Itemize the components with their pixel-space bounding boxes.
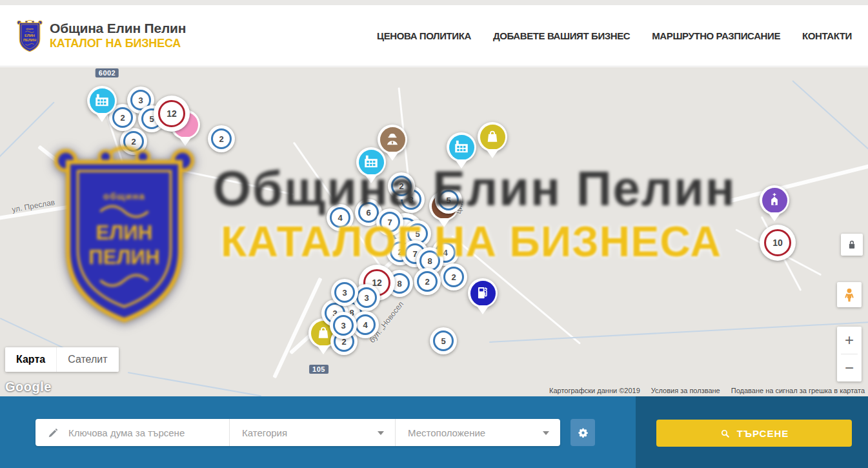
fuel-icon — [474, 284, 491, 301]
location-dropdown[interactable]: Местоположение — [395, 419, 560, 446]
cluster-count: 5 — [435, 187, 462, 214]
zoom-control: + − — [837, 327, 862, 382]
search-bar-right-panel: ТЪРСЕНЕ — [636, 396, 868, 468]
nav-pricing-policy[interactable]: ЦЕНОВА ПОЛИТИКА — [377, 30, 471, 41]
map-attribution: Картографски данни ©2019 Условия за полз… — [549, 387, 865, 394]
search-button-label: ТЪРСЕНЕ — [737, 428, 789, 439]
search-button[interactable]: ТЪРСЕНЕ — [656, 420, 852, 447]
cluster-marker[interactable]: 5 — [435, 187, 462, 214]
logo-line2: ПЕЛИН — [23, 38, 36, 42]
header: община ЕЛИН ПЕЛИН Община Елин Пелин КАТА… — [0, 5, 868, 66]
cluster-marker[interactable]: 2 — [388, 172, 415, 199]
cluster-count: 3 — [331, 279, 358, 306]
main-nav: ЦЕНОВА ПОЛИТИКА ДОБАВЕТЕ ВАШИЯТ БИЗНЕС М… — [377, 30, 852, 41]
search-input-group: Категория Местоположение — [35, 419, 560, 446]
site-tagline: КАТАЛОГ НА БИЗНЕСА — [50, 37, 186, 50]
cluster-count: 2 — [388, 172, 415, 199]
pencil-icon — [48, 427, 59, 438]
cluster-marker[interactable]: 3 — [330, 312, 357, 339]
map-canvas[interactable]: 6002105ул. Преславбул. „Новоселции“ 2235… — [0, 67, 868, 396]
attribution-terms-link[interactable]: Условия за ползване — [651, 387, 720, 394]
cluster-count: 4 — [327, 204, 354, 231]
cluster-marker[interactable]: 10 — [760, 225, 796, 261]
keyword-section — [35, 419, 230, 446]
road-number-badge: 105 — [309, 365, 328, 374]
keyword-search-input[interactable] — [67, 427, 216, 439]
advanced-search-button[interactable] — [570, 419, 595, 446]
category-dropdown-label: Категория — [242, 427, 287, 438]
factory-pin[interactable] — [87, 86, 117, 116]
brand-text: Община Елин Пелин КАТАЛОГ НА БИЗНЕСА — [50, 21, 186, 50]
factory-icon — [453, 138, 470, 155]
fuel-pin[interactable] — [468, 278, 498, 308]
attribution-report-link[interactable]: Подаване на сигнал за грешка в картата — [731, 387, 865, 394]
nav-route-schedule[interactable]: МАРШРУТНО РАЗПИСАНИЕ — [652, 30, 780, 41]
cluster-count: 2 — [208, 125, 235, 152]
cluster-count: 12 — [154, 96, 190, 132]
map-type-button-satellite[interactable]: Сателит — [56, 347, 118, 372]
cluster-count: 2 — [414, 268, 441, 295]
cluster-marker[interactable]: 7 — [376, 209, 403, 236]
worker-icon — [384, 130, 401, 147]
pegman-icon — [841, 287, 858, 303]
cluster-count: 10 — [760, 225, 796, 261]
nav-contacts[interactable]: КОНТАКТИ — [802, 30, 852, 41]
lock-icon — [845, 238, 859, 252]
lock-control[interactable] — [841, 234, 863, 256]
chevron-down-icon — [543, 431, 549, 435]
cluster-marker[interactable]: 2 — [208, 125, 235, 152]
cluster-marker[interactable]: 12 — [154, 96, 190, 132]
church-icon — [766, 191, 783, 208]
cluster-marker[interactable]: 2 — [414, 268, 441, 295]
chevron-down-icon — [378, 431, 384, 435]
bag-icon — [484, 128, 501, 145]
cluster-marker[interactable]: 4 — [327, 204, 354, 231]
cluster-marker[interactable]: 3 — [331, 279, 358, 306]
factory-icon — [363, 153, 379, 170]
zoom-in-button[interactable]: + — [837, 327, 862, 354]
gear-icon — [577, 427, 589, 439]
location-dropdown-label: Местоположение — [408, 427, 485, 438]
zoom-out-button[interactable]: − — [837, 354, 862, 382]
street-view-pegman[interactable] — [837, 282, 862, 307]
logo-line1: ЕЛИН — [25, 34, 35, 37]
map-type-button-map[interactable]: Карта — [5, 347, 56, 372]
factory-icon — [94, 92, 110, 108]
category-dropdown[interactable]: Категория — [230, 419, 395, 446]
cluster-marker[interactable]: 2 — [440, 263, 467, 290]
top-strip — [0, 0, 868, 5]
church-pin[interactable] — [760, 185, 789, 215]
site-title: Община Елин Пелин — [50, 21, 186, 36]
brand[interactable]: община ЕЛИН ПЕЛИН Община Елин Пелин КАТА… — [16, 18, 186, 53]
cluster-count: 7 — [376, 209, 403, 236]
map-type-control: Карта Сателит — [5, 347, 119, 372]
factory-pin[interactable] — [356, 147, 386, 177]
search-bar: ТЪРСЕНЕ Категория Местоположение — [0, 396, 868, 468]
attribution-copyright: Картографски данни ©2019 — [549, 387, 640, 394]
google-logo[interactable]: Google — [5, 380, 52, 394]
municipality-logo-icon: община ЕЛИН ПЕЛИН — [16, 18, 43, 53]
search-icon — [720, 428, 731, 439]
page: община ЕЛИН ПЕЛИН Община Елин Пелин КАТА… — [0, 0, 868, 468]
worker-pin[interactable] — [378, 125, 407, 154]
nav-add-business[interactable]: ДОБАВЕТЕ ВАШИЯТ БИЗНЕС — [493, 30, 630, 41]
cluster-count: 3 — [330, 312, 357, 339]
cluster-count: 5 — [430, 327, 457, 354]
markers-layer: 22351223524613752748228122833343510 — [0, 67, 868, 396]
factory-pin[interactable] — [447, 132, 476, 162]
bag-pin[interactable] — [478, 122, 507, 152]
cluster-marker[interactable]: 5 — [430, 327, 457, 354]
cluster-count: 2 — [440, 263, 467, 290]
road-number-badge: 6002 — [96, 68, 119, 77]
